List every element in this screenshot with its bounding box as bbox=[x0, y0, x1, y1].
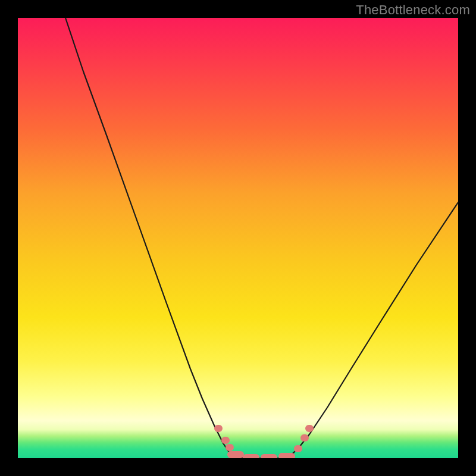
marker-dot bbox=[278, 453, 295, 458]
curve-path bbox=[65, 18, 458, 458]
marker-dot bbox=[294, 445, 302, 452]
curve-svg bbox=[18, 18, 458, 458]
marker-dot bbox=[226, 444, 234, 451]
marker-dot bbox=[305, 425, 314, 432]
chart-frame: TheBottleneck.com bbox=[0, 0, 476, 476]
marker-dot bbox=[227, 451, 244, 458]
marker-dot bbox=[221, 437, 230, 444]
marker-dot bbox=[243, 454, 259, 458]
bottleneck-curve bbox=[65, 18, 458, 458]
highlight-markers bbox=[214, 425, 314, 458]
marker-dot bbox=[261, 454, 277, 458]
watermark-text: TheBottleneck.com bbox=[356, 2, 470, 18]
plot-area bbox=[18, 18, 458, 458]
marker-dot bbox=[214, 425, 223, 432]
marker-dot bbox=[300, 434, 309, 441]
